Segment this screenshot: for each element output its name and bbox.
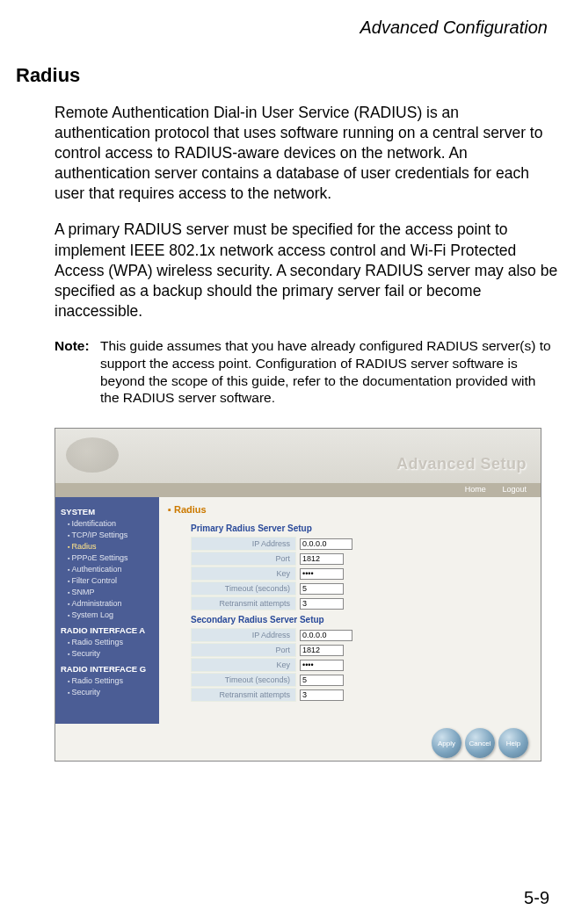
primary-timeout-input[interactable] xyxy=(300,583,344,595)
secondary-form: IP Address Port Key Timeout (seconds) Re… xyxy=(168,628,532,702)
paragraph-1: Remote Authentication Dial-in User Servi… xyxy=(0,103,574,220)
sidebar-item-snmp[interactable]: SNMP xyxy=(61,587,159,598)
button-footer: Apply Cancel Help xyxy=(55,724,541,762)
secondary-ip-input[interactable] xyxy=(300,630,352,641)
secondary-key-input[interactable] xyxy=(300,660,344,671)
secondary-retransmit-input[interactable] xyxy=(300,689,344,701)
config-screenshot: Advanced Setup Home Logout SYSTEM Identi… xyxy=(54,428,541,762)
sidebar-group-radio-g: RADIO INTERFACE G xyxy=(61,663,159,675)
sidebar-item-pppoe[interactable]: PPPoE Settings xyxy=(61,552,159,564)
banner-title: Advanced Setup xyxy=(396,455,527,473)
label-port-2: Port xyxy=(191,643,296,657)
logo-graphic xyxy=(66,437,119,473)
sidebar-item-radio-a-settings[interactable]: Radio Settings xyxy=(61,637,159,648)
page-header: Advanced Configuration xyxy=(0,0,574,38)
primary-retransmit-input[interactable] xyxy=(300,598,344,610)
label-timeout-2: Timeout (seconds) xyxy=(191,673,296,687)
nav-logout[interactable]: Logout xyxy=(495,483,534,495)
apply-button[interactable]: Apply xyxy=(432,728,461,758)
paragraph-2: A primary RADIUS server must be specifie… xyxy=(0,220,574,336)
sidebar-item-authentication[interactable]: Authentication xyxy=(61,564,159,575)
secondary-port-input[interactable] xyxy=(300,645,344,656)
sidebar: SYSTEM Identification TCP/IP Settings Ra… xyxy=(55,497,159,724)
primary-ip-input[interactable] xyxy=(300,538,352,550)
secondary-timeout-input[interactable] xyxy=(300,675,344,686)
cancel-button[interactable]: Cancel xyxy=(465,728,495,758)
sidebar-group-system: SYSTEM xyxy=(61,506,159,518)
sidebar-item-filter[interactable]: Filter Control xyxy=(61,575,159,587)
main-panel: Radius Primary Radius Server Setup IP Ad… xyxy=(159,497,541,724)
note-text: This guide assumes that you have already… xyxy=(100,337,558,407)
primary-form: IP Address Port Key Timeout (seconds) Re… xyxy=(168,537,532,610)
label-retransmit-2: Retransmit attempts xyxy=(191,688,296,702)
page-number: 5-9 xyxy=(524,888,549,908)
label-ip-2: IP Address xyxy=(191,628,296,642)
section-title: Radius xyxy=(0,38,574,103)
sidebar-item-radio-g-settings[interactable]: Radio Settings xyxy=(61,675,159,687)
sidebar-group-radio-a: RADIO INTERFACE A xyxy=(61,624,159,637)
screenshot-header: Advanced Setup Home Logout xyxy=(55,429,541,497)
sidebar-item-radio-g-security[interactable]: Security xyxy=(61,687,159,698)
secondary-heading: Secondary Radius Server Setup xyxy=(168,611,532,628)
label-key-2: Key xyxy=(191,658,296,672)
sidebar-item-radio-a-security[interactable]: Security xyxy=(61,648,159,660)
help-button[interactable]: Help xyxy=(498,728,528,758)
label-retransmit: Retransmit attempts xyxy=(191,596,296,610)
note-label: Note: xyxy=(54,337,100,407)
nav-strip: Home Logout xyxy=(55,483,541,497)
nav-home[interactable]: Home xyxy=(458,483,493,495)
primary-heading: Primary Radius Server Setup xyxy=(168,520,532,537)
label-ip: IP Address xyxy=(191,537,296,551)
primary-port-input[interactable] xyxy=(300,553,344,565)
sidebar-item-identification[interactable]: Identification xyxy=(61,518,159,530)
panel-title: Radius xyxy=(168,504,532,520)
primary-key-input[interactable] xyxy=(300,568,344,580)
sidebar-item-tcpip[interactable]: TCP/IP Settings xyxy=(61,530,159,541)
label-key: Key xyxy=(191,567,296,581)
sidebar-item-syslog[interactable]: System Log xyxy=(61,610,159,621)
label-port: Port xyxy=(191,552,296,566)
sidebar-item-administration[interactable]: Administration xyxy=(61,598,159,610)
sidebar-item-radius[interactable]: Radius xyxy=(61,541,159,552)
label-timeout: Timeout (seconds) xyxy=(191,581,296,596)
note-block: Note: This guide assumes that you have a… xyxy=(0,337,574,422)
